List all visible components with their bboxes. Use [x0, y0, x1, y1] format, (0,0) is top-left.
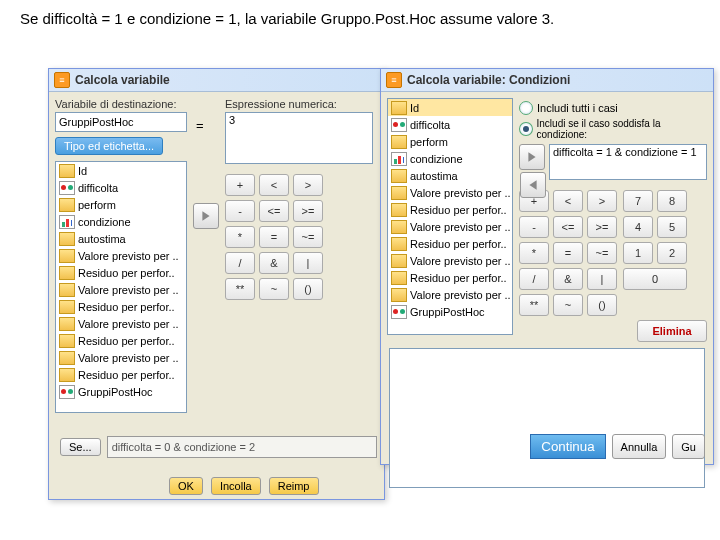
key-<[interactable]: < — [259, 174, 289, 196]
equals-sign: = — [196, 118, 216, 133]
key--[interactable]: - — [225, 200, 255, 222]
variable-item[interactable]: Id — [388, 99, 512, 116]
variable-item[interactable]: Valore previsto per .. — [56, 247, 186, 264]
delete-button[interactable]: Elimina — [637, 320, 707, 342]
target-variable-input[interactable] — [55, 112, 187, 132]
variable-item[interactable]: Residuo per perfor.. — [388, 201, 512, 218]
variable-item[interactable]: Id — [56, 162, 186, 179]
titlebar-compute[interactable]: ≡ Calcola variabile — [49, 69, 384, 92]
variable-list-left[interactable]: IddifficoltaperformcondizioneautostimaVa… — [55, 161, 187, 413]
key-/[interactable]: / — [225, 252, 255, 274]
move-to-condition-button[interactable] — [519, 144, 545, 170]
variable-item[interactable]: Residuo per perfor.. — [56, 366, 186, 383]
key-*[interactable]: * — [225, 226, 255, 248]
variable-item[interactable]: Valore previsto per .. — [56, 281, 186, 298]
key--[interactable]: - — [519, 216, 549, 238]
key-**[interactable]: ** — [519, 294, 549, 316]
radio-include-all[interactable]: Includi tutti i casi — [519, 101, 707, 115]
variable-item[interactable]: Residuo per perfor.. — [388, 269, 512, 286]
variable-item[interactable]: Valore previsto per .. — [56, 315, 186, 332]
variable-item[interactable]: condizione — [56, 213, 186, 230]
key-*[interactable]: * — [519, 242, 549, 264]
nom-icon — [59, 385, 75, 399]
variable-item[interactable]: perform — [56, 196, 186, 213]
variable-item[interactable]: GruppiPostHoc — [56, 383, 186, 400]
variable-item[interactable]: condizione — [388, 150, 512, 167]
ruler-icon — [59, 300, 75, 314]
key-~[interactable]: ~ — [259, 278, 289, 300]
move-button-overlap[interactable] — [520, 172, 546, 198]
cancel-button[interactable]: Annulla — [612, 434, 667, 459]
ruler-icon — [59, 317, 75, 331]
ruler-icon — [391, 186, 407, 200]
key-~=[interactable]: ~= — [293, 226, 323, 248]
key-=[interactable]: = — [553, 242, 583, 264]
ruler-icon — [59, 266, 75, 280]
numkey-2[interactable]: 2 — [657, 242, 687, 264]
key-=[interactable]: = — [259, 226, 289, 248]
continue-button[interactable]: Continua — [530, 434, 605, 459]
variable-item[interactable]: Residuo per perfor.. — [388, 235, 512, 252]
numkey-5[interactable]: 5 — [657, 216, 687, 238]
key-**[interactable]: ** — [225, 278, 255, 300]
radio-icon — [519, 101, 533, 115]
variable-item[interactable]: autostima — [388, 167, 512, 184]
key-<[interactable]: < — [553, 190, 583, 212]
variable-item[interactable]: Valore previsto per .. — [388, 286, 512, 303]
move-right-button[interactable] — [193, 203, 219, 229]
ruler-icon — [391, 271, 407, 285]
key-<=[interactable]: <= — [553, 216, 583, 238]
paste-button[interactable]: Incolla — [211, 477, 261, 495]
numkey-8[interactable]: 8 — [657, 190, 687, 212]
variable-item[interactable]: autostima — [56, 230, 186, 247]
key-+[interactable]: + — [225, 174, 255, 196]
variable-item[interactable]: Residuo per perfor.. — [56, 332, 186, 349]
condition-input[interactable]: difficolta = 1 & condizione = 1 — [549, 144, 707, 180]
key-()[interactable]: () — [587, 294, 617, 316]
variable-list-cond[interactable]: IddifficoltaperformcondizioneautostimaVa… — [387, 98, 513, 335]
key-|[interactable]: | — [293, 252, 323, 274]
variable-item[interactable]: Residuo per perfor.. — [56, 298, 186, 315]
titlebar-if[interactable]: ≡ Calcola variabile: Condizioni — [381, 69, 713, 92]
key-~[interactable]: ~ — [553, 294, 583, 316]
variable-item[interactable]: Valore previsto per .. — [56, 349, 186, 366]
title-text: Calcola variabile: Condizioni — [407, 73, 570, 87]
key->=[interactable]: >= — [293, 200, 323, 222]
function-list-area[interactable] — [389, 348, 705, 488]
key-/[interactable]: / — [519, 268, 549, 290]
key-|[interactable]: | — [587, 268, 617, 290]
key-<=[interactable]: <= — [259, 200, 289, 222]
numkey-4[interactable]: 4 — [623, 216, 653, 238]
app-icon: ≡ — [386, 72, 402, 88]
key-&[interactable]: & — [553, 268, 583, 290]
ruler-icon — [59, 198, 75, 212]
reset-button[interactable]: Reimp — [269, 477, 319, 495]
variable-item[interactable]: Residuo per perfor.. — [56, 264, 186, 281]
variable-item[interactable]: difficolta — [56, 179, 186, 196]
if-button[interactable]: Se... — [60, 438, 101, 456]
key->=[interactable]: >= — [587, 216, 617, 238]
type-label-button[interactable]: Tipo ed etichetta... — [55, 137, 163, 155]
app-icon: ≡ — [54, 72, 70, 88]
variable-item[interactable]: GruppiPostHoc — [388, 303, 512, 320]
key->[interactable]: > — [293, 174, 323, 196]
expression-input[interactable]: 3 — [225, 112, 373, 164]
variable-item[interactable]: difficolta — [388, 116, 512, 133]
variable-item[interactable]: Valore previsto per .. — [388, 184, 512, 201]
variable-item[interactable]: perform — [388, 133, 512, 150]
key-~=[interactable]: ~= — [587, 242, 617, 264]
key->[interactable]: > — [587, 190, 617, 212]
variable-item[interactable]: Valore previsto per .. — [388, 218, 512, 235]
numkey-1[interactable]: 1 — [623, 242, 653, 264]
radio-include-if[interactable]: Includi se il caso soddisfa la condizion… — [519, 118, 707, 140]
key-&[interactable]: & — [259, 252, 289, 274]
numkey-7[interactable]: 7 — [623, 190, 653, 212]
nom-icon — [391, 118, 407, 132]
help-button[interactable]: Gu — [672, 434, 705, 459]
ruler-icon — [391, 288, 407, 302]
numkey-0[interactable]: 0 — [623, 268, 687, 290]
ruler-icon — [59, 334, 75, 348]
key-()[interactable]: () — [293, 278, 323, 300]
variable-item[interactable]: Valore previsto per .. — [388, 252, 512, 269]
ok-button[interactable]: OK — [169, 477, 203, 495]
